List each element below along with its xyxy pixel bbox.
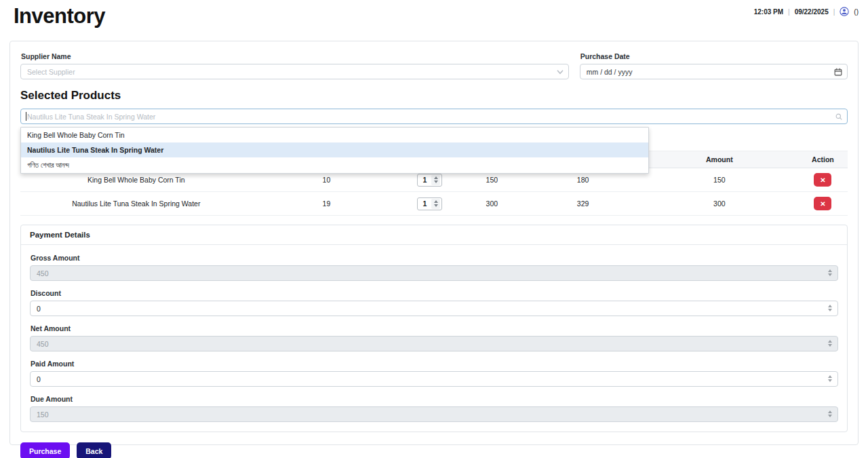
product-suggestions-dropdown: King Bell Whole Baby Corn Tin Nautilus L…	[20, 127, 649, 174]
cell-purchase-price: 300	[459, 192, 526, 216]
delete-row-button[interactable]: ✕	[814, 173, 831, 187]
quantity-stepper[interactable]: 1	[417, 197, 442, 210]
product-search-input[interactable]	[20, 109, 848, 124]
time-label: 12:03 PM	[754, 8, 783, 16]
quantity-value: 1	[418, 199, 431, 208]
meta-separator: |	[833, 8, 835, 16]
page-title: Inventory	[14, 4, 105, 28]
quantity-stepper[interactable]: 1	[417, 174, 442, 187]
delete-row-button[interactable]: ✕	[814, 197, 831, 210]
discount-label: Discount	[31, 289, 838, 297]
supplier-name-label: Supplier Name	[21, 52, 569, 60]
chevron-down-icon	[557, 69, 564, 74]
dropdown-option[interactable]: King Bell Whole Baby Corn Tin	[21, 128, 648, 142]
dropdown-option[interactable]: গণিত শেখার আনন্দ	[21, 157, 648, 173]
user-profile-icon[interactable]	[840, 7, 849, 16]
col-action: Action	[798, 151, 848, 168]
due-amount-input	[30, 406, 838, 422]
cell-sale-price: 329	[525, 192, 641, 216]
selected-products-heading: Selected Products	[20, 89, 848, 102]
number-spinner-icon[interactable]	[828, 305, 832, 311]
purchase-date-label: Purchase Date	[580, 52, 848, 60]
dropdown-option-active[interactable]: Nautilus Lite Tuna Steak In Spring Water	[21, 142, 648, 157]
top-bar: Inventory 12:03 PM | 09/22/2025 | ()	[0, 0, 868, 28]
stepper-arrows-icon[interactable]	[431, 199, 440, 209]
cell-action: ✕	[798, 168, 848, 192]
table-row: Nautilus Lite Tuna Steak In Spring Water…	[20, 192, 848, 216]
col-amount: Amount	[641, 151, 798, 168]
purchase-form-card: Supplier Name Purchase Date	[9, 41, 859, 445]
purchase-button[interactable]: Purchase	[20, 442, 70, 458]
cell-amount: 300	[641, 192, 798, 216]
date-label: 09/22/2025	[795, 8, 829, 16]
number-spinner-icon	[828, 269, 832, 276]
gross-amount-label: Gross Amount	[31, 254, 838, 262]
paid-amount-input[interactable]	[30, 371, 838, 387]
gross-amount-input	[30, 265, 838, 281]
payment-details-card: Payment Details Gross Amount Discount Ne…	[20, 225, 848, 432]
meta-separator: |	[788, 8, 790, 16]
stepper-arrows-icon[interactable]	[431, 175, 440, 185]
supplier-select[interactable]	[20, 64, 569, 79]
text-cursor	[26, 112, 26, 121]
net-amount-label: Net Amount	[31, 324, 838, 332]
due-amount-label: Due Amount	[31, 395, 838, 403]
cell-stock: 19	[252, 192, 401, 216]
username-placeholder: ()	[854, 8, 859, 16]
quantity-value: 1	[418, 176, 431, 184]
cell-action: ✕	[798, 192, 848, 216]
cell-amount: 150	[641, 168, 798, 192]
paid-amount-label: Paid Amount	[31, 360, 838, 368]
number-spinner-icon	[828, 340, 832, 347]
calendar-icon[interactable]	[834, 68, 842, 76]
net-amount-input	[30, 336, 838, 351]
cell-product-name: Nautilus Lite Tuna Steak In Spring Water	[20, 192, 252, 216]
purchase-date-input[interactable]	[580, 64, 848, 79]
discount-input[interactable]	[30, 301, 838, 316]
header-meta: 12:03 PM | 09/22/2025 | ()	[754, 7, 859, 16]
search-icon	[835, 113, 842, 120]
number-spinner-icon	[828, 411, 832, 417]
number-spinner-icon[interactable]	[828, 375, 832, 382]
cell-quantity: 1	[401, 192, 458, 216]
back-button[interactable]: Back	[77, 442, 111, 458]
payment-details-heading: Payment Details	[21, 225, 847, 245]
